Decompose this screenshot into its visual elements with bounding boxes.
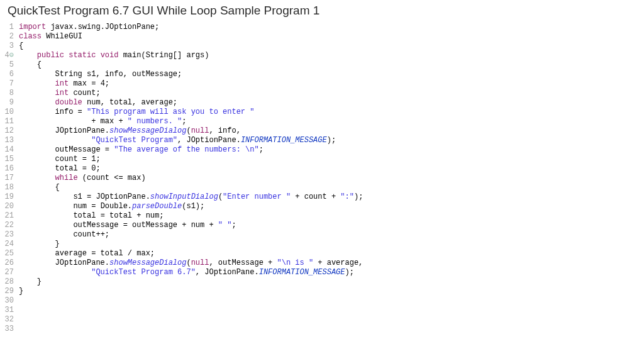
code-line: }: [19, 277, 644, 287]
code-line: public static void main(String[] args): [19, 51, 644, 60]
line-number: 15: [0, 155, 14, 164]
code-line: total = total + num;: [19, 211, 644, 221]
line-number: 25: [0, 249, 14, 258]
line-number: 20: [0, 202, 14, 211]
line-number: 8: [0, 89, 14, 98]
code-line: class WhileGUI: [19, 32, 644, 42]
code-line: double num, total, average;: [19, 98, 644, 108]
code-content: import javax.swing.JOptionPane;class Whi…: [19, 23, 644, 334]
line-number: 27: [0, 268, 14, 277]
line-number: 2: [0, 32, 14, 42]
line-number: 32: [0, 315, 14, 325]
code-line: String s1, info, outMessage;: [19, 70, 644, 79]
line-number: 31: [0, 306, 14, 315]
code-line: total = 0;: [19, 164, 644, 174]
line-number: 30: [0, 296, 14, 306]
line-number: 3: [0, 42, 14, 51]
code-line: while (count <= max): [19, 174, 644, 183]
line-number: 23: [0, 230, 14, 240]
line-number: 29: [0, 287, 14, 296]
code-line: {: [19, 60, 644, 70]
code-line: outMessage = outMessage + num + " ";: [19, 221, 644, 230]
code-line: "QuickTest Program 6.7", JOptionPane.INF…: [19, 268, 644, 277]
line-number: 7: [0, 79, 14, 89]
code-line: num = Double.parseDouble(s1);: [19, 202, 644, 211]
line-number: 10: [0, 108, 14, 117]
code-line: {: [19, 42, 644, 51]
code-line: JOptionPane.showMessageDialog(null, info…: [19, 126, 644, 136]
line-number: 21: [0, 211, 14, 221]
line-number: 26: [0, 258, 14, 268]
line-number: 4⊖: [0, 51, 14, 60]
code-line: outMessage = "The average of the numbers…: [19, 145, 644, 155]
line-number: 18: [0, 183, 14, 192]
line-number: 1: [0, 23, 14, 32]
line-number: 33: [0, 325, 14, 334]
code-line: "QuickTest Program", JOptionPane.INFORMA…: [19, 136, 644, 145]
code-line: import javax.swing.JOptionPane;: [19, 23, 644, 32]
line-number: 14: [0, 145, 14, 155]
line-number: 9: [0, 98, 14, 108]
code-line: s1 = JOptionPane.showInputDialog("Enter …: [19, 192, 644, 202]
page-title: QuickTest Program 6.7 GUI While Loop Sam…: [0, 0, 644, 23]
line-number: 24: [0, 240, 14, 249]
code-line: int max = 4;: [19, 79, 644, 89]
code-line: + max + " numbers. ";: [19, 117, 644, 126]
code-line: int count;: [19, 89, 644, 98]
line-number: 19: [0, 192, 14, 202]
code-line: count = 1;: [19, 155, 644, 164]
line-number: 6: [0, 70, 14, 79]
code-block: 1234⊖56789101112131415161718192021222324…: [0, 23, 644, 334]
line-number: 11: [0, 117, 14, 126]
line-number: 22: [0, 221, 14, 230]
line-number: 13: [0, 136, 14, 145]
code-line: info = "This program will ask you to ent…: [19, 108, 644, 117]
code-line: count++;: [19, 230, 644, 240]
line-number: 12: [0, 126, 14, 136]
line-number: 5: [0, 60, 14, 70]
code-line: {: [19, 183, 644, 192]
code-line: }: [19, 287, 644, 296]
line-number: 17: [0, 174, 14, 183]
line-number-gutter: 1234⊖56789101112131415161718192021222324…: [0, 23, 19, 334]
code-line: JOptionPane.showMessageDialog(null, outM…: [19, 258, 644, 268]
code-line: average = total / max;: [19, 249, 644, 258]
code-line: }: [19, 240, 644, 249]
line-number: 28: [0, 277, 14, 287]
line-number: 16: [0, 164, 14, 174]
